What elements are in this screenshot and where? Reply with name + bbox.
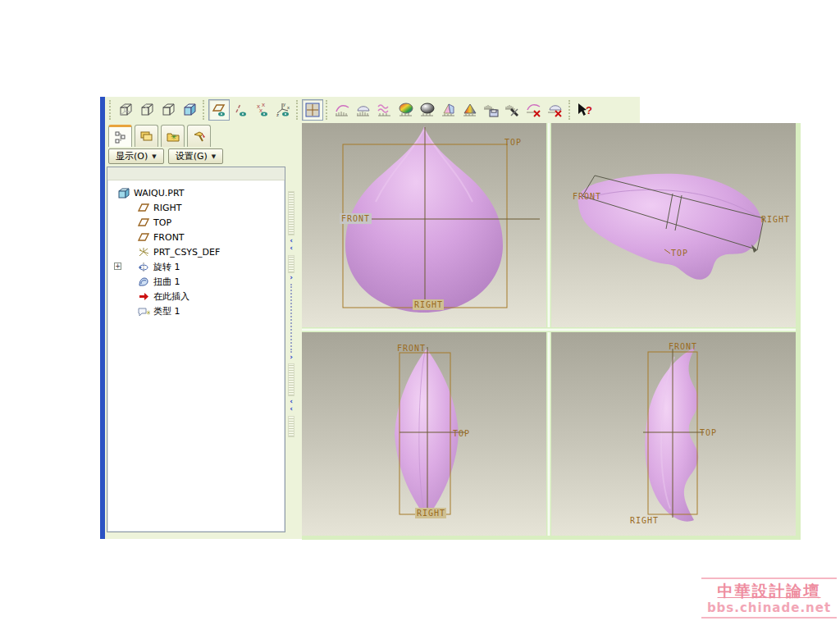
draft-check-button[interactable]: [459, 99, 481, 121]
watermark-rule: [701, 578, 837, 579]
tree-item-label: FRONT: [153, 232, 185, 243]
spin-center-button[interactable]: [302, 99, 323, 121]
section-analysis-icon: [440, 102, 458, 118]
viewport-front-view[interactable]: FRONT TOP RIGHT: [302, 332, 546, 536]
folder-star-icon: ✳: [166, 130, 180, 143]
sash-texture[interactable]: [288, 191, 294, 235]
part-icon: [117, 188, 130, 199]
sash-collapse-icons[interactable]: ‹‹: [287, 237, 295, 252]
watermark-url: bbs.chinade.net: [701, 600, 837, 615]
shaded-button[interactable]: [179, 99, 200, 121]
navigator-sash[interactable]: ‹‹ › › ‹‹: [287, 191, 295, 437]
curve-analysis-button[interactable]: [331, 99, 353, 121]
forum-watermark: 中華設計論壇 bbs.chinade.net: [701, 576, 837, 620]
reflection-analysis-button[interactable]: [417, 99, 438, 121]
delete-curve-analysis-button[interactable]: [523, 99, 545, 121]
folder-browser-tab[interactable]: ✳: [161, 125, 185, 147]
delete-curve-analysis-icon: [525, 102, 543, 118]
surface-analysis-icon: [354, 102, 372, 118]
tree-item-label: 类型 1: [153, 305, 180, 317]
hidden-line-button[interactable]: [136, 99, 158, 121]
tree-item-csys[interactable]: PRT_CSYS_DEF: [107, 244, 285, 259]
chevron-down-icon: ▼: [152, 153, 156, 160]
datum-label-right: RIGHT: [414, 300, 443, 309]
expand-icon[interactable]: +: [114, 262, 121, 270]
watermark-rule: [701, 617, 837, 619]
tree-item-revolve[interactable]: + 旋转 1: [107, 259, 285, 274]
layer-tree-tab[interactable]: [135, 125, 158, 147]
tree-item-part[interactable]: WAIQU.PRT: [107, 185, 285, 200]
datum-label-top: TOP: [504, 138, 522, 147]
tree-item-insert-here[interactable]: 在此插入: [107, 289, 285, 304]
tree-item-right-plane[interactable]: RIGHT: [107, 200, 285, 215]
delete-analysis-button[interactable]: [502, 99, 523, 121]
sash-collapse-icons[interactable]: ‹‹: [287, 398, 295, 413]
settings-dropdown-button[interactable]: 设置(G)▼: [168, 148, 224, 164]
sash-dotted-rail[interactable]: [290, 284, 292, 353]
datum-label-front: FRONT: [573, 192, 601, 201]
surface-analysis-button[interactable]: [353, 99, 374, 121]
front-view-canvas: FRONT TOP RIGHT: [302, 332, 546, 536]
show-dropdown-label: 显示(O): [116, 150, 148, 162]
datum-point-display-button[interactable]: xxx: [251, 99, 272, 121]
model-surface: [578, 174, 762, 280]
layers-icon: [139, 130, 154, 143]
delete-surface-analysis-button[interactable]: [545, 99, 566, 121]
toolbar-drag-handle[interactable]: [326, 100, 329, 120]
viewport-side-view[interactable]: FRONT TOP RIGHT: [551, 332, 796, 536]
wireframe-button[interactable]: [115, 99, 136, 121]
shaded-icon: [181, 102, 198, 118]
datum-label-top: TOP: [700, 428, 717, 437]
history-tab[interactable]: [187, 125, 211, 147]
tree-item-label: WAIQU.PRT: [134, 188, 184, 199]
svg-text:y: y: [283, 102, 285, 107]
context-help-icon: ?: [575, 102, 595, 118]
tree-item-front-plane[interactable]: FRONT: [107, 230, 285, 244]
chevron-down-icon: ▼: [212, 153, 216, 160]
tree-item-label: PRT_CSYS_DEF: [153, 247, 220, 258]
insert-here-icon: [137, 291, 150, 302]
viewport-divider-horizontal[interactable]: [302, 327, 796, 332]
revolve-icon: [137, 262, 150, 272]
svg-text:?: ?: [586, 104, 592, 116]
section-analysis-button[interactable]: [438, 99, 459, 121]
svg-text:✳: ✳: [171, 133, 177, 141]
saved-analysis-icon: [482, 102, 500, 118]
graphics-border-right: [796, 123, 801, 540]
show-dropdown-button[interactable]: 显示(O)▼: [108, 148, 164, 164]
toolbar-drag-handle[interactable]: [203, 100, 206, 120]
csys-display-icon: yxz: [275, 102, 291, 118]
toolbar-drag-handle[interactable]: [568, 100, 572, 120]
sash-expand-icon[interactable]: ›: [287, 354, 295, 361]
saved-analysis-button[interactable]: [481, 99, 502, 121]
sash-texture[interactable]: [288, 255, 294, 273]
tree-item-style[interactable]: ✳ 类型 1: [107, 304, 285, 318]
datum-plane-display-button[interactable]: [208, 99, 230, 121]
viewport-iso-view[interactable]: FRONT RIGHT TOP: [551, 123, 796, 327]
svg-text:z: z: [276, 112, 279, 117]
no-hidden-button[interactable]: [158, 99, 179, 121]
shaded-curvature-button[interactable]: [395, 99, 417, 121]
curvature-analysis-button[interactable]: [374, 99, 395, 121]
datum-plane-icon: [137, 203, 150, 212]
model-tree-tab[interactable]: [108, 125, 132, 147]
delete-analysis-icon: [504, 102, 522, 118]
sash-texture[interactable]: [288, 416, 294, 437]
sash-expand-icon[interactable]: ›: [287, 274, 295, 281]
datum-label-right: RIGHT: [630, 516, 659, 525]
viewport-top-view[interactable]: TOP FRONT RIGHT: [302, 123, 546, 327]
svg-text:✳: ✳: [146, 309, 150, 317]
iso-view-canvas: FRONT RIGHT TOP: [551, 123, 796, 327]
datum-plane-icon: [137, 232, 150, 242]
top-view-canvas: TOP FRONT RIGHT: [302, 123, 546, 327]
context-help-button[interactable]: ?: [574, 99, 596, 121]
model-surface: [645, 347, 698, 522]
tree-item-top-plane[interactable]: TOP: [107, 215, 285, 230]
tree-item-warp[interactable]: 扭曲 1: [107, 274, 285, 289]
sash-texture[interactable]: [288, 363, 294, 396]
toolbar-drag-handle[interactable]: [296, 100, 299, 120]
toolbar-drag-handle[interactable]: [109, 100, 112, 120]
csys-display-button[interactable]: yxz: [272, 99, 294, 121]
datum-axis-display-button[interactable]: [230, 99, 251, 121]
svg-text:x: x: [287, 105, 290, 110]
